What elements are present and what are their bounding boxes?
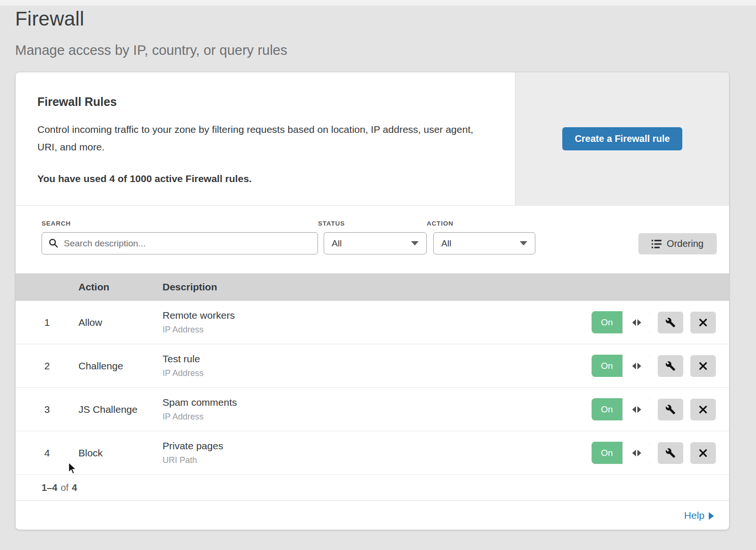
toggle-drag-handle[interactable] [622, 442, 651, 464]
close-icon [698, 448, 708, 458]
rule-enabled-toggle[interactable]: On [592, 398, 651, 420]
rule-number: 4 [16, 447, 78, 459]
search-input[interactable] [42, 232, 318, 254]
edit-rule-button[interactable] [658, 399, 683, 420]
rule-controls: On [592, 355, 729, 377]
ordering-button[interactable]: Ordering [638, 233, 717, 254]
action-selected-value: All [441, 238, 451, 249]
page-header: Firewall Manage access by IP, country, o… [0, 6, 756, 58]
wrench-icon [665, 448, 676, 458]
rule-action: Allow [78, 317, 163, 328]
chevron-down-icon [411, 241, 419, 245]
help-link[interactable]: Help [684, 510, 714, 521]
help-row: Help [16, 501, 729, 530]
top-strip [0, 0, 756, 6]
toggle-drag-handle[interactable] [622, 311, 651, 333]
arrow-right-icon [637, 450, 641, 456]
table-row: 3 JS Challenge Spam comments IP Address … [16, 388, 729, 431]
triangle-right-icon [709, 512, 714, 520]
action-label: ACTION [427, 220, 535, 227]
chevron-down-icon [520, 241, 527, 245]
search-box [42, 232, 318, 254]
rule-number: 3 [16, 404, 78, 415]
rule-match-type: IP Address [163, 325, 592, 335]
table-header: Action Description [16, 273, 729, 301]
edit-rule-button[interactable] [658, 355, 683, 377]
column-header-description: Description [163, 281, 729, 293]
page-subtitle: Manage access by IP, country, or query r… [15, 43, 741, 58]
page-title: Firewall [15, 8, 741, 30]
wrench-icon [665, 361, 676, 371]
rule-enabled-toggle[interactable]: On [592, 442, 651, 464]
rules-intro-section: Firewall Rules Control incoming traffic … [16, 72, 729, 206]
rule-description: Test rule [163, 353, 592, 365]
rule-action: Challenge [78, 360, 163, 372]
delete-rule-button[interactable] [690, 312, 716, 333]
create-firewall-rule-button[interactable]: Create a Firewall rule [562, 127, 682, 150]
filter-bar: SEARCH STATUS All ACTION All [16, 206, 729, 273]
rule-number: 1 [16, 317, 78, 328]
close-icon [698, 361, 708, 371]
rule-match-type: URI Path [163, 455, 592, 465]
delete-rule-button[interactable] [690, 442, 716, 464]
toggle-on-label: On [592, 355, 622, 377]
arrow-left-icon [632, 450, 636, 456]
rules-description: Control incoming traffic to your zone by… [37, 121, 487, 156]
arrow-left-icon [632, 363, 636, 369]
search-label: SEARCH [42, 220, 318, 227]
rule-action: JS Challenge [78, 404, 163, 415]
close-icon [698, 404, 708, 415]
edit-rule-button[interactable] [658, 442, 683, 464]
status-selected-value: All [332, 238, 342, 249]
toggle-on-label: On [592, 398, 622, 420]
arrow-left-icon [632, 319, 636, 326]
create-rule-panel: Create a Firewall rule [515, 72, 729, 205]
rules-usage-count: You have used 4 of 1000 active Firewall … [37, 173, 487, 184]
column-header-action: Action [78, 281, 163, 293]
toggle-drag-handle[interactable] [622, 355, 651, 377]
rules-intro: Firewall Rules Control incoming traffic … [16, 72, 515, 205]
ordering-button-label: Ordering [667, 238, 704, 249]
close-icon [698, 317, 708, 328]
delete-rule-button[interactable] [690, 355, 716, 377]
rule-action: Block [78, 447, 163, 459]
rule-enabled-toggle[interactable]: On [592, 355, 651, 377]
table-row: 1 Allow Remote workers IP Address On [16, 301, 729, 344]
pagination-range: 1–4 [42, 482, 57, 493]
action-filter-group: ACTION All [427, 220, 535, 254]
search-icon [48, 238, 59, 248]
wrench-icon [665, 404, 676, 415]
edit-rule-button[interactable] [658, 312, 683, 333]
arrow-right-icon [637, 406, 641, 413]
rules-table-body: 1 Allow Remote workers IP Address On [16, 301, 729, 475]
wrench-icon [665, 317, 676, 328]
action-select[interactable]: All [433, 232, 535, 254]
rule-description: Private pages [163, 440, 592, 452]
rule-match-type: IP Address [163, 412, 592, 422]
rule-description: Remote workers [163, 310, 592, 321]
rule-description: Spam comments [163, 397, 592, 408]
table-row: 2 Challenge Test rule IP Address On [16, 344, 729, 388]
rule-controls: On [592, 398, 729, 420]
toggle-on-label: On [592, 311, 622, 333]
status-select[interactable]: All [324, 232, 427, 254]
toggle-on-label: On [592, 442, 622, 464]
status-filter-group: STATUS All [318, 220, 427, 254]
pagination-row: 1–4 of 4 [16, 475, 729, 501]
table-row: 4 Block Private pages URI Path On [16, 431, 729, 475]
arrow-right-icon [637, 319, 641, 326]
rule-controls: On [592, 442, 729, 464]
rule-number: 2 [16, 360, 78, 372]
pagination-of: of [60, 482, 69, 493]
help-link-label: Help [684, 510, 704, 521]
arrow-left-icon [632, 406, 636, 413]
firewall-rules-card: Firewall Rules Control incoming traffic … [16, 72, 729, 530]
toggle-drag-handle[interactable] [622, 398, 651, 420]
delete-rule-button[interactable] [690, 399, 716, 420]
list-icon [652, 240, 662, 248]
rule-controls: On [592, 311, 729, 333]
status-label: STATUS [318, 220, 427, 227]
rule-match-type: IP Address [163, 368, 592, 378]
arrow-right-icon [637, 363, 641, 369]
rule-enabled-toggle[interactable]: On [592, 311, 651, 333]
